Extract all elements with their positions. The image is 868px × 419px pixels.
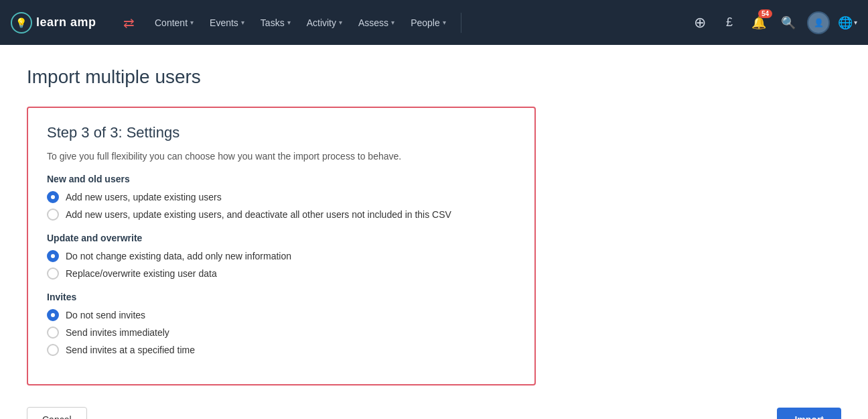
page-title: Import multiple users [27,66,841,88]
search-icon: 🔍 [781,15,796,30]
shuffle-icon[interactable]: ⇄ [118,12,140,34]
invites-label: Invites [47,292,516,302]
logo-bulb: 💡 [15,17,27,28]
radio-replace[interactable]: Replace/overwrite existing user data [47,267,516,280]
nav-activity[interactable]: Activity ▾ [300,15,349,31]
step-box: Step 3 of 3: Settings To give you full f… [27,107,536,385]
radio-no-change-text: Do not change existing data, add only ne… [66,251,291,261]
new-old-users-label: New and old users [47,174,516,184]
search-button[interactable]: 🔍 [778,12,799,34]
radio-invites-immediately[interactable]: Send invites immediately [47,326,516,339]
radio-invites-specified-circle[interactable] [47,344,59,356]
language-button[interactable]: 🌐 ▾ [838,15,857,30]
invites-section: Invites Do not send invites Send invites… [47,292,516,356]
radio-add-update-text: Add new users, update existing users [66,192,222,202]
update-overwrite-label: Update and overwrite [47,233,516,243]
nav-events-label: Events [210,17,238,28]
logo-text: learn amp [36,15,96,29]
update-overwrite-section: Update and overwrite Do not change exist… [47,233,516,280]
notification-badge: 54 [758,9,772,18]
navbar: 💡 learn amp ⇄ Content ▾ Events ▾ Tasks ▾… [0,0,868,45]
cancel-button[interactable]: Cancel [27,407,87,419]
content-chevron-icon: ▾ [190,19,194,26]
globe-chevron: ▾ [854,19,857,26]
radio-invites-specified-text: Send invites at a specified time [66,345,195,355]
nav-content[interactable]: Content ▾ [148,15,200,31]
new-old-users-section: New and old users Add new users, update … [47,174,516,221]
radio-replace-circle[interactable] [47,267,59,280]
radio-add-deactivate-text: Add new users, update existing users, an… [66,209,451,220]
avatar[interactable]: 👤 [807,11,830,34]
radio-invites-immediately-circle[interactable] [47,326,59,339]
add-button[interactable]: ⊕ [689,12,711,34]
nav-assess-label: Assess [358,17,388,28]
radio-no-change-circle[interactable] [47,250,59,262]
notifications-button[interactable]: 🔔 54 [748,12,770,34]
currency-button[interactable]: £ [719,12,740,34]
nav-events[interactable]: Events ▾ [203,15,251,31]
nav-tasks-label: Tasks [261,17,285,28]
logo[interactable]: 💡 learn amp [11,12,104,34]
radio-invites-immediately-text: Send invites immediately [66,327,169,338]
plus-icon: ⊕ [694,14,706,32]
main-content: Import multiple users Step 3 of 3: Setti… [0,45,868,419]
nav-people-label: People [411,17,440,28]
activity-chevron-icon: ▾ [339,19,342,26]
step-description: To give you full flexibility you can cho… [47,151,516,162]
logo-icon: 💡 [11,12,32,34]
radio-add-deactivate-circle[interactable] [47,208,59,221]
tasks-chevron-icon: ▾ [287,19,291,26]
globe-icon: 🌐 [838,15,853,30]
pound-icon: £ [726,15,733,29]
import-button[interactable]: Import [777,408,841,419]
assess-chevron-icon: ▾ [391,19,394,26]
nav-activity-label: Activity [307,17,336,28]
avatar-placeholder: 👤 [814,18,824,27]
radio-no-invites-text: Do not send invites [66,310,145,320]
people-chevron-icon: ▾ [443,19,446,26]
radio-no-invites[interactable]: Do not send invites [47,309,516,321]
radio-add-update[interactable]: Add new users, update existing users [47,191,516,203]
footer-buttons: Cancel Import [27,407,841,419]
radio-invites-specified[interactable]: Send invites at a specified time [47,344,516,356]
radio-replace-text: Replace/overwrite existing user data [66,268,217,279]
step-title: Step 3 of 3: Settings [47,124,516,141]
nav-content-label: Content [155,17,188,28]
nav-tasks[interactable]: Tasks ▾ [254,15,297,31]
nav-divider [461,13,461,33]
nav-assess[interactable]: Assess ▾ [352,15,401,31]
nav-right: ⊕ £ 🔔 54 🔍 👤 🌐 ▾ [689,11,857,34]
radio-add-update-circle[interactable] [47,191,59,203]
radio-add-deactivate[interactable]: Add new users, update existing users, an… [47,208,516,221]
radio-no-invites-circle[interactable] [47,309,59,321]
nav-people[interactable]: People ▾ [404,15,453,31]
radio-no-change[interactable]: Do not change existing data, add only ne… [47,250,516,262]
events-chevron-icon: ▾ [241,19,244,26]
